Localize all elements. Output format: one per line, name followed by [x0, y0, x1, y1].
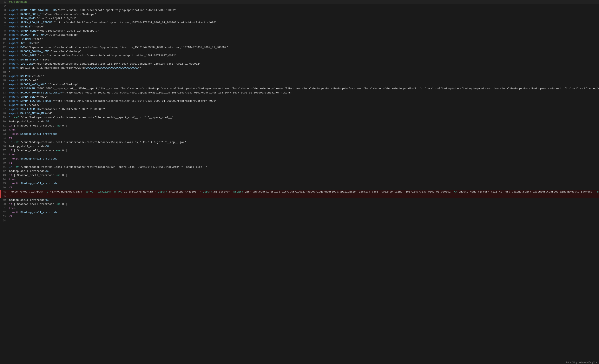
line-number: 27 [2, 107, 9, 111]
line-content: then [9, 178, 597, 182]
line-number: 50 [2, 202, 9, 206]
code-line: 31if [ $hadoop_shell_errorcode -ne 0 ] [0, 124, 599, 128]
line-content: ln -sf "/tmp/hadoop-root/nm-local-dir/us… [9, 115, 597, 120]
code-line: 1#!/bin/bash [0, 0, 599, 4]
code-line: 54 [0, 219, 599, 223]
code-line: 6export SPARK_LOG_URL_STDOUT="http://nod… [0, 21, 599, 25]
line-number: 47 [2, 190, 10, 194]
code-line: 34fi [0, 136, 599, 140]
line-number: 6 [2, 21, 9, 25]
line-number: 25 [2, 99, 9, 103]
line-content: then [9, 153, 597, 157]
line-number: 2 [2, 4, 9, 8]
line-number: 49 [2, 198, 9, 202]
code-line: 19export NM_PORT="35351" [0, 74, 599, 78]
line-content: export HOME="/home/" [9, 103, 597, 107]
code-line: 53fi [0, 215, 599, 219]
line-number: 32 [2, 128, 9, 132]
code-line: 45 exit $hadoop_shell_errorcode [0, 182, 599, 186]
code-line: 40fi [0, 161, 599, 165]
line-number: 8 [2, 29, 9, 33]
line-number: 36 [2, 144, 9, 149]
code-line: 42hadoop_shell_errorcode=$? [0, 169, 599, 173]
code-line: 25export SPARK_LOG_URL_STDERR="http://no… [0, 99, 599, 103]
line-content: export SPARK_LOG_URL_STDERR="http://node… [9, 99, 597, 103]
code-line: 29ln -sf "/tmp/hadoop-root/nm-local-dir/… [0, 115, 599, 120]
code-line: 11export JVM_PID="$$" [0, 41, 599, 45]
line-content: export CONTAINER_ID="container_158710477… [9, 107, 597, 111]
line-number: 19 [2, 74, 9, 78]
line-content: exit $hadoop_shell_errorcode [9, 157, 597, 161]
line-content: if [ $hadoop_shell_errorcode -ne 0 ] [9, 124, 597, 128]
line-number: 37 [2, 149, 9, 153]
line-content: export SPARK_YARN_STAGING_DIR="hdfs://no… [9, 8, 597, 12]
code-line: 27export CONTAINER_ID="container_1587104… [0, 107, 599, 111]
line-content: " [9, 70, 597, 74]
line-number: 1 [2, 0, 9, 4]
line-number: 45 [2, 182, 9, 186]
line-number: 44 [2, 178, 9, 182]
code-line: 16export LOG_DIRS="/usr/local/hadoop/log… [0, 62, 599, 66]
code-line: 46fi [0, 186, 599, 190]
line-number: 26 [2, 103, 9, 107]
line-number: 39 [2, 157, 9, 161]
line-content: export SPARK_LOG_URL_STDOUT="http://node… [9, 21, 597, 25]
line-number: 40 [2, 161, 9, 165]
line-content: fi [9, 215, 597, 219]
line-content: export HADOOP_COMMON_HOME="/usr/local/ha… [9, 50, 597, 54]
line-content: if [ $hadoop_shell_errorcode -ne 0 ] [9, 202, 597, 206]
code-line: 7export NM_HOST="node0" [0, 25, 599, 29]
code-line: 9export HADOOP_HDFS_HOME="/usr/local/had… [0, 33, 599, 37]
line-number: 4 [2, 12, 9, 17]
line-content: exit $hadoop_shell_errorcode [9, 132, 597, 136]
line-number: 28 [2, 111, 9, 115]
line-content: export LOCAL_DIRS="/tmp/hadoop-root/nm-l… [9, 54, 597, 58]
line-content: export LOG_DIRS="/usr/local/hadoop/logs/… [9, 62, 597, 66]
line-content: " [10, 194, 597, 198]
code-line: 51then [0, 206, 599, 211]
line-number: 11 [2, 41, 9, 45]
line-number: 18 [2, 70, 9, 74]
line-number: 15 [2, 58, 9, 62]
line-number: 48 [2, 194, 10, 198]
code-line: 15export NM_HTTP_PORT="8042" [0, 58, 599, 62]
line-number: 13 [2, 50, 9, 54]
line-number: 30 [2, 120, 9, 124]
line-content: fi [9, 161, 597, 165]
line-content: export JVM_PID="$$" [9, 41, 597, 45]
line-number: 17 [2, 66, 9, 70]
line-number: 43 [2, 173, 9, 178]
code-line: 49hadoop_shell_errorcode=$? [0, 198, 599, 202]
code-line: 26export HOME="/home/" [0, 103, 599, 107]
line-number: 10 [2, 37, 9, 41]
line-content: export HADOOP_HDFS_HOME="/usr/local/hado… [9, 33, 597, 37]
line-number: 14 [2, 54, 9, 58]
line-content: export SPARK_USER="root" [9, 95, 597, 99]
code-line: 47-exec">exec /bin/bash -c "$JAVA_HOME/b… [0, 190, 599, 194]
line-content: export NM_PORT="35351" [9, 74, 597, 78]
line-content [9, 219, 597, 223]
code-line: 38then [0, 153, 599, 157]
code-line: 22export CLASSPATH="$PWD:$PWD/__spark_co… [0, 87, 599, 91]
line-content: export HADOOP_CONF_DIR="/usr/local/hadoo… [9, 12, 597, 17]
url-bar: https://blog.csdn.net/oTengYue [565, 361, 599, 364]
code-line: 21export HADOOP_YARN_HOME="/usr/local/ha… [0, 82, 599, 87]
code-line: 50if [ $hadoop_shell_errorcode -ne 0 ] [0, 202, 599, 206]
code-line: 37if [ $hadoop_shell_errorcode -ne 0 ] [0, 149, 599, 153]
line-number: 52 [2, 211, 9, 215]
line-content: export CLASSPATH="$PWD:$PWD/__spark_conf… [9, 87, 599, 91]
line-number: 5 [2, 17, 9, 21]
code-line: 13export HADOOP_COMMON_HOME="/usr/local/… [0, 50, 599, 54]
line-content: hadoop_shell_errorcode=$? [9, 198, 597, 202]
code-line: 43if [ $hadoop_shell_errorcode -ne 0 ] [0, 173, 599, 178]
code-line: 48" [0, 194, 599, 198]
line-content: export NM_AUX_SERVICE_mapreduce_shuffle=… [9, 66, 597, 70]
line-content: export NM_HTTP_PORT="8042" [9, 58, 597, 62]
code-line: 33 exit $hadoop_shell_errorcode [0, 132, 599, 136]
line-number: 38 [2, 153, 9, 157]
code-line: 52 exit $hadoop_shell_errorcode [0, 211, 599, 215]
line-number: 9 [2, 33, 9, 37]
code-line: 4export HADOOP_CONF_DIR="/usr/local/hado… [0, 12, 599, 17]
code-line: 28export MALLOC_ARENA_MAX="4" [0, 111, 599, 115]
code-line: 20export USER="root" [0, 78, 599, 82]
